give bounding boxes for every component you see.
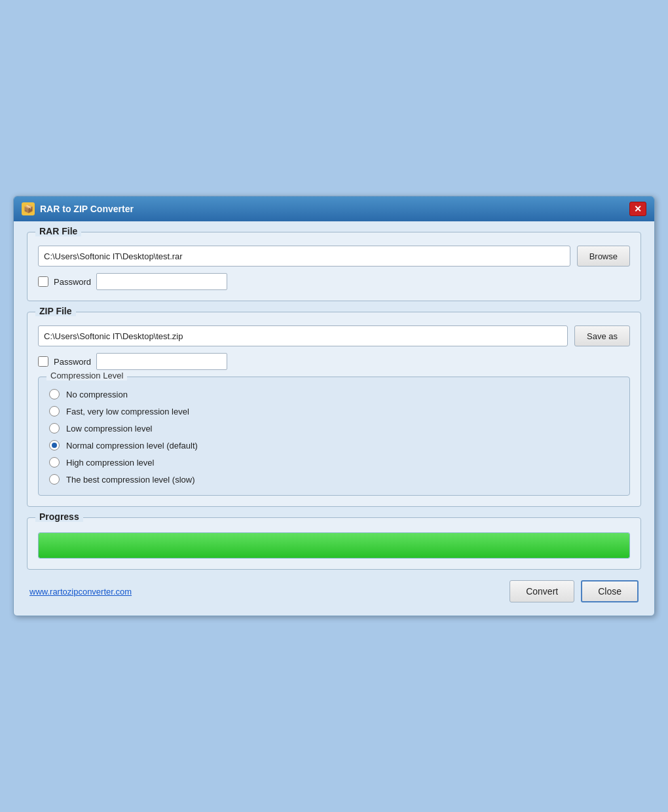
compression-option-2[interactable]: Low compression level xyxy=(49,423,619,434)
convert-button[interactable]: Convert xyxy=(510,580,574,602)
compression-title: Compression Level xyxy=(46,371,127,380)
main-window: 📦 RAR to ZIP Converter ✕ RAR File Browse… xyxy=(13,196,655,616)
zip-password-row: Password xyxy=(38,353,630,370)
progress-section: Progress xyxy=(27,517,641,570)
rar-section-title: RAR File xyxy=(35,226,81,236)
footer-buttons: Convert Close xyxy=(510,580,639,602)
compression-option-1[interactable]: Fast, very low compression level xyxy=(49,406,619,416)
radio-button-4[interactable] xyxy=(49,457,60,468)
radio-button-0[interactable] xyxy=(49,389,60,399)
zip-file-input[interactable] xyxy=(38,325,568,346)
radio-label-3: Normal compression level (default) xyxy=(66,441,198,451)
footer: www.rartozipconverter.com Convert Close xyxy=(27,580,641,602)
radio-button-5[interactable] xyxy=(49,474,60,485)
radio-label-0: No compression xyxy=(66,390,128,399)
progress-bar-fill xyxy=(39,533,629,558)
rar-password-row: Password xyxy=(38,273,630,290)
window-body: RAR File Browse Password ZIP File Save a… xyxy=(14,221,654,616)
rar-password-input[interactable] xyxy=(96,273,227,290)
save-as-button[interactable]: Save as xyxy=(574,325,630,346)
title-bar: 📦 RAR to ZIP Converter ✕ xyxy=(14,196,654,221)
compression-option-3[interactable]: Normal compression level (default) xyxy=(49,440,619,451)
app-icon: 📦 xyxy=(22,202,35,215)
compression-option-5[interactable]: The best compression level (slow) xyxy=(49,474,619,485)
rar-file-input[interactable] xyxy=(38,246,570,267)
progress-bar-container xyxy=(38,532,630,559)
radio-label-4: High compression level xyxy=(66,458,154,468)
compression-section: Compression Level No compressionFast, ve… xyxy=(38,377,630,496)
title-bar-left: 📦 RAR to ZIP Converter xyxy=(22,202,134,215)
zip-file-row: Save as xyxy=(38,325,630,346)
compression-options: No compressionFast, very low compression… xyxy=(49,389,619,485)
compression-option-0[interactable]: No compression xyxy=(49,389,619,399)
radio-button-2[interactable] xyxy=(49,423,60,434)
radio-button-1[interactable] xyxy=(49,406,60,416)
compression-option-4[interactable]: High compression level xyxy=(49,457,619,468)
window-title: RAR to ZIP Converter xyxy=(40,204,134,214)
progress-title: Progress xyxy=(35,511,83,522)
radio-label-1: Fast, very low compression level xyxy=(66,407,189,416)
close-window-button[interactable]: ✕ xyxy=(629,202,646,216)
zip-password-checkbox[interactable] xyxy=(38,356,48,367)
rar-password-checkbox[interactable] xyxy=(38,276,48,287)
zip-password-label: Password xyxy=(54,357,91,367)
zip-file-section: ZIP File Save as Password Compression Le… xyxy=(27,312,641,507)
zip-password-input[interactable] xyxy=(96,353,227,370)
rar-file-row: Browse xyxy=(38,246,630,267)
browse-button[interactable]: Browse xyxy=(577,246,630,267)
zip-section-title: ZIP File xyxy=(35,306,76,316)
radio-label-2: Low compression level xyxy=(66,424,153,434)
close-button[interactable]: Close xyxy=(581,580,639,602)
radio-button-3[interactable] xyxy=(49,440,60,451)
website-link[interactable]: www.rartozipconverter.com xyxy=(29,587,132,597)
radio-label-5: The best compression level (slow) xyxy=(66,475,195,485)
rar-password-label: Password xyxy=(54,277,91,287)
rar-file-section: RAR File Browse Password xyxy=(27,232,641,301)
